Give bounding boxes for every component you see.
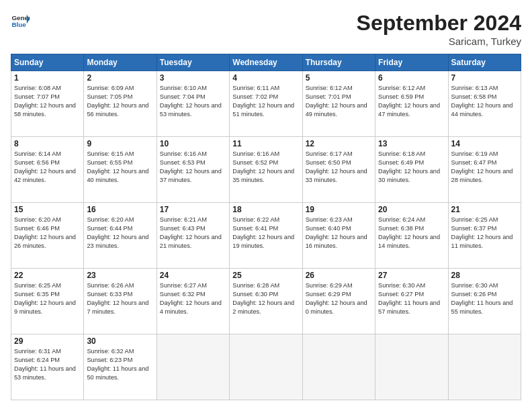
day-info: Sunrise: 6:28 AM Sunset: 6:30 PM Dayligh… — [232, 281, 299, 316]
day-info: Sunrise: 6:21 AM Sunset: 6:43 PM Dayligh… — [160, 216, 226, 250]
calendar-cell: 20Sunrise: 6:24 AM Sunset: 6:38 PM Dayli… — [375, 203, 448, 269]
day-number: 27 — [378, 271, 445, 280]
calendar-cell — [375, 334, 448, 400]
day-info: Sunrise: 6:25 AM Sunset: 6:35 PM Dayligh… — [14, 281, 81, 316]
day-info: Sunrise: 6:19 AM Sunset: 6:47 PM Dayligh… — [451, 150, 518, 185]
day-info: Sunrise: 6:12 AM Sunset: 7:01 PM Dayligh… — [306, 84, 372, 119]
day-info: Sunrise: 6:25 AM Sunset: 6:37 PM Dayligh… — [451, 216, 518, 250]
calendar-cell: 12Sunrise: 6:17 AM Sunset: 6:50 PM Dayli… — [302, 137, 375, 203]
day-number: 29 — [14, 336, 81, 346]
day-number: 23 — [87, 271, 153, 280]
day-info: Sunrise: 6:20 AM Sunset: 6:46 PM Dayligh… — [14, 216, 81, 250]
header-thursday: Thursday — [302, 54, 375, 71]
day-number: 16 — [87, 205, 153, 214]
calendar-cell: 30Sunrise: 6:32 AM Sunset: 6:23 PM Dayli… — [84, 334, 157, 400]
logo: General Blue — [11, 11, 30, 30]
day-info: Sunrise: 6:20 AM Sunset: 6:44 PM Dayligh… — [87, 216, 153, 250]
calendar-cell: 7Sunrise: 6:13 AM Sunset: 6:58 PM Daylig… — [448, 71, 521, 137]
calendar-cell: 1Sunrise: 6:08 AM Sunset: 7:07 PM Daylig… — [11, 71, 84, 137]
calendar-cell: 27Sunrise: 6:30 AM Sunset: 6:27 PM Dayli… — [375, 269, 448, 334]
day-info: Sunrise: 6:16 AM Sunset: 6:53 PM Dayligh… — [160, 150, 226, 185]
day-number: 18 — [232, 205, 299, 214]
calendar-cell — [302, 334, 375, 400]
calendar-cell: 29Sunrise: 6:31 AM Sunset: 6:24 PM Dayli… — [11, 334, 84, 400]
day-info: Sunrise: 6:12 AM Sunset: 6:59 PM Dayligh… — [378, 84, 445, 119]
calendar-cell: 28Sunrise: 6:30 AM Sunset: 6:26 PM Dayli… — [448, 269, 521, 334]
day-number: 6 — [378, 73, 445, 83]
calendar-cell: 4Sunrise: 6:11 AM Sunset: 7:02 PM Daylig… — [230, 71, 302, 137]
calendar-cell: 13Sunrise: 6:18 AM Sunset: 6:49 PM Dayli… — [375, 137, 448, 203]
logo-icon: General Blue — [11, 11, 30, 30]
calendar-cell: 3Sunrise: 6:10 AM Sunset: 7:04 PM Daylig… — [157, 71, 229, 137]
day-info: Sunrise: 6:10 AM Sunset: 7:04 PM Dayligh… — [160, 84, 226, 119]
day-info: Sunrise: 6:32 AM Sunset: 6:23 PM Dayligh… — [87, 347, 153, 382]
day-number: 28 — [451, 271, 518, 280]
day-info: Sunrise: 6:08 AM Sunset: 7:07 PM Dayligh… — [14, 84, 81, 119]
day-info: Sunrise: 6:30 AM Sunset: 6:27 PM Dayligh… — [378, 281, 445, 316]
calendar-cell: 10Sunrise: 6:16 AM Sunset: 6:53 PM Dayli… — [157, 137, 229, 203]
calendar-cell: 2Sunrise: 6:09 AM Sunset: 7:05 PM Daylig… — [84, 71, 157, 137]
day-info: Sunrise: 6:14 AM Sunset: 6:56 PM Dayligh… — [14, 150, 81, 185]
calendar-row: 22Sunrise: 6:25 AM Sunset: 6:35 PM Dayli… — [11, 269, 521, 334]
day-number: 15 — [14, 205, 81, 214]
calendar-row: 29Sunrise: 6:31 AM Sunset: 6:24 PM Dayli… — [11, 334, 521, 400]
calendar-cell: 11Sunrise: 6:16 AM Sunset: 6:52 PM Dayli… — [230, 137, 302, 203]
header-wednesday: Wednesday — [230, 54, 302, 71]
calendar-row: 15Sunrise: 6:20 AM Sunset: 6:46 PM Dayli… — [11, 203, 521, 269]
day-info: Sunrise: 6:29 AM Sunset: 6:29 PM Dayligh… — [306, 281, 372, 316]
day-number: 8 — [14, 139, 81, 148]
page-header: General Blue September 2024 Saricam, Tur… — [11, 11, 521, 47]
month-title: September 2024 — [357, 11, 521, 36]
calendar-cell: 16Sunrise: 6:20 AM Sunset: 6:44 PM Dayli… — [84, 203, 157, 269]
calendar-table: Sunday Monday Tuesday Wednesday Thursday… — [11, 54, 521, 400]
location: Saricam, Turkey — [357, 36, 521, 47]
day-info: Sunrise: 6:15 AM Sunset: 6:55 PM Dayligh… — [87, 150, 153, 185]
calendar-cell: 24Sunrise: 6:27 AM Sunset: 6:32 PM Dayli… — [157, 269, 229, 334]
header-friday: Friday — [375, 54, 448, 71]
day-info: Sunrise: 6:24 AM Sunset: 6:38 PM Dayligh… — [378, 216, 445, 250]
calendar-cell: 26Sunrise: 6:29 AM Sunset: 6:29 PM Dayli… — [302, 269, 375, 334]
day-number: 26 — [306, 271, 372, 280]
day-number: 20 — [378, 205, 445, 214]
calendar-cell: 22Sunrise: 6:25 AM Sunset: 6:35 PM Dayli… — [11, 269, 84, 334]
calendar-cell: 9Sunrise: 6:15 AM Sunset: 6:55 PM Daylig… — [84, 137, 157, 203]
day-number: 7 — [451, 73, 518, 83]
calendar-cell: 6Sunrise: 6:12 AM Sunset: 6:59 PM Daylig… — [375, 71, 448, 137]
day-info: Sunrise: 6:27 AM Sunset: 6:32 PM Dayligh… — [160, 281, 226, 316]
calendar-cell: 8Sunrise: 6:14 AM Sunset: 6:56 PM Daylig… — [11, 137, 84, 203]
day-number: 2 — [87, 73, 153, 83]
weekday-header-row: Sunday Monday Tuesday Wednesday Thursday… — [11, 54, 521, 71]
calendar-cell: 18Sunrise: 6:22 AM Sunset: 6:41 PM Dayli… — [230, 203, 302, 269]
calendar-cell: 17Sunrise: 6:21 AM Sunset: 6:43 PM Dayli… — [157, 203, 229, 269]
day-number: 30 — [87, 336, 153, 346]
header-sunday: Sunday — [11, 54, 84, 71]
calendar-row: 1Sunrise: 6:08 AM Sunset: 7:07 PM Daylig… — [11, 71, 521, 137]
day-info: Sunrise: 6:18 AM Sunset: 6:49 PM Dayligh… — [378, 150, 445, 185]
calendar-cell: 25Sunrise: 6:28 AM Sunset: 6:30 PM Dayli… — [230, 269, 302, 334]
day-info: Sunrise: 6:16 AM Sunset: 6:52 PM Dayligh… — [232, 150, 299, 185]
day-info: Sunrise: 6:17 AM Sunset: 6:50 PM Dayligh… — [306, 150, 372, 185]
day-number: 10 — [160, 139, 226, 148]
day-info: Sunrise: 6:22 AM Sunset: 6:41 PM Dayligh… — [232, 216, 299, 250]
day-number: 3 — [160, 73, 226, 83]
day-number: 21 — [451, 205, 518, 214]
calendar-cell: 23Sunrise: 6:26 AM Sunset: 6:33 PM Dayli… — [84, 269, 157, 334]
calendar-cell: 21Sunrise: 6:25 AM Sunset: 6:37 PM Dayli… — [448, 203, 521, 269]
day-info: Sunrise: 6:13 AM Sunset: 6:58 PM Dayligh… — [451, 84, 518, 119]
day-number: 12 — [306, 139, 372, 148]
day-number: 25 — [232, 271, 299, 280]
day-info: Sunrise: 6:30 AM Sunset: 6:26 PM Dayligh… — [451, 281, 518, 316]
day-number: 5 — [306, 73, 372, 83]
day-number: 1 — [14, 73, 81, 83]
day-info: Sunrise: 6:26 AM Sunset: 6:33 PM Dayligh… — [87, 281, 153, 316]
calendar-cell — [157, 334, 229, 400]
day-number: 14 — [451, 139, 518, 148]
day-number: 11 — [232, 139, 299, 148]
calendar-cell — [448, 334, 521, 400]
day-number: 19 — [306, 205, 372, 214]
calendar-row: 8Sunrise: 6:14 AM Sunset: 6:56 PM Daylig… — [11, 137, 521, 203]
day-info: Sunrise: 6:31 AM Sunset: 6:24 PM Dayligh… — [14, 347, 81, 382]
day-number: 17 — [160, 205, 226, 214]
day-info: Sunrise: 6:11 AM Sunset: 7:02 PM Dayligh… — [232, 84, 299, 119]
day-number: 13 — [378, 139, 445, 148]
